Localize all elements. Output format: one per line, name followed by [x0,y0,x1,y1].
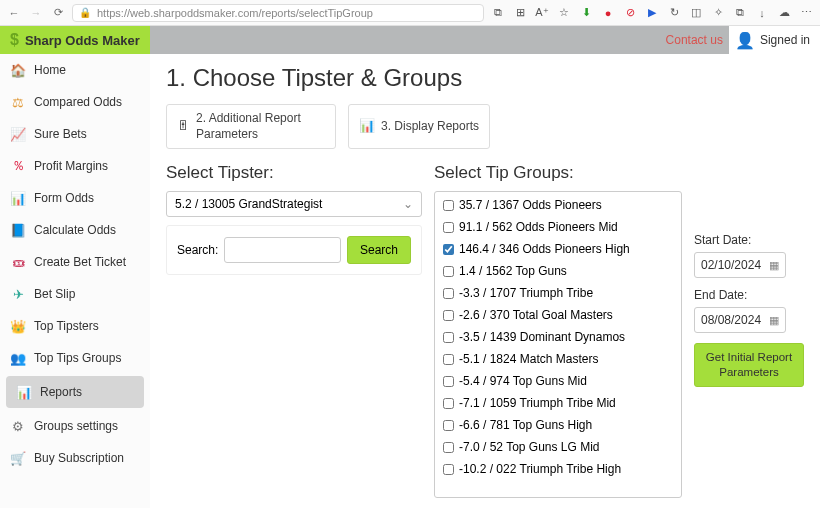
tip-group-row[interactable]: -10.2 / 022 Triumph Tribe High [435,458,681,480]
forward-button[interactable]: → [28,5,44,21]
reload-button[interactable]: ⟳ [50,5,66,21]
page-title: 1. Choose Tipster & Groups [166,64,804,92]
wizard-steps: 🎚 2. Additional Report Parameters 📊 3. D… [166,104,804,149]
sidebar-item-reports[interactable]: 📊Reports [6,376,144,408]
tip-group-checkbox[interactable] [443,200,454,211]
tip-groups-listbox[interactable]: 35.7 / 1367 Odds Pioneers91.1 / 562 Odds… [434,191,682,498]
main-content: 1. Choose Tipster & Groups 🎚 2. Addition… [150,54,820,508]
sidebar-item-compared-odds[interactable]: ⚖Compared Odds [0,86,150,118]
sidebar-icon: ⚙ [10,418,26,434]
sidebar-item-create-bet-ticket[interactable]: 🎟Create Bet Ticket [0,246,150,278]
tip-group-label: 1.4 / 1562 Top Guns [459,264,567,278]
tip-group-row[interactable]: 35.7 / 1367 Odds Pioneers [435,194,681,216]
sidebar-icon: 🎟 [10,254,26,270]
back-button[interactable]: ← [6,5,22,21]
tip-group-checkbox[interactable] [443,376,454,387]
zoom-icon[interactable]: A⁺ [534,5,550,21]
tip-group-row[interactable]: -5.4 / 974 Top Guns Mid [435,370,681,392]
fav-collection-icon[interactable]: ✧ [710,5,726,21]
chart-icon: 📊 [359,118,375,135]
signed-in-box[interactable]: 👤 Signed in [729,26,820,54]
tip-group-checkbox[interactable] [443,266,454,277]
sidebar-item-profit-margins[interactable]: ％Profit Margins [0,150,150,182]
tip-group-row[interactable]: -5.1 / 1824 Match Masters [435,348,681,370]
sidebar-item-label: Profit Margins [34,159,108,173]
address-bar[interactable]: 🔒 https://web.sharpoddsmaker.com/reports… [72,4,484,22]
sidebar-item-label: Reports [40,385,82,399]
tip-group-checkbox[interactable] [443,310,454,321]
tip-group-checkbox[interactable] [443,354,454,365]
step-2-additional-params[interactable]: 🎚 2. Additional Report Parameters [166,104,336,149]
download-arrow-icon[interactable]: ⬇ [578,5,594,21]
search-input[interactable] [224,237,341,263]
tip-group-row[interactable]: -3.3 / 1707 Triumph Tribe [435,282,681,304]
search-row: Search: Search [166,225,422,275]
tip-group-label: -7.1 / 1059 Triumph Tribe Mid [459,396,616,410]
lock-icon: 🔒 [79,7,91,18]
refresh2-icon[interactable]: ↻ [666,5,682,21]
contact-link[interactable]: Contact us [666,33,723,47]
sidebar-item-bet-slip[interactable]: ✈Bet Slip [0,278,150,310]
collections-icon[interactable]: ⧉ [732,5,748,21]
tip-group-label: -5.4 / 974 Top Guns Mid [459,374,587,388]
downloads-icon[interactable]: ↓ [754,5,770,21]
sidebar-item-home[interactable]: 🏠Home [0,54,150,86]
sidebar-item-buy-subscription[interactable]: 🛒Buy Subscription [0,442,150,474]
sidebar-icon[interactable]: ◫ [688,5,704,21]
sidebar-item-groups-settings[interactable]: ⚙Groups settings [0,410,150,442]
step-3-display-reports[interactable]: 📊 3. Display Reports [348,104,490,149]
tip-group-label: -5.1 / 1824 Match Masters [459,352,598,366]
tip-group-label: 35.7 / 1367 Odds Pioneers [459,198,602,212]
tip-group-row[interactable]: -3.5 / 1439 Dominant Dynamos [435,326,681,348]
user-icon: 👤 [735,31,755,50]
sidebar-icon: ％ [10,158,26,174]
tip-group-row[interactable]: -7.0 / 52 Top Guns LG Mid [435,436,681,458]
sidebar-icon: 📘 [10,222,26,238]
sidebar-item-label: Sure Bets [34,127,87,141]
favorite-icon[interactable]: ☆ [556,5,572,21]
tip-group-row[interactable]: -7.1 / 1059 Triumph Tribe Mid [435,392,681,414]
sidebar-icon: 📊 [10,190,26,206]
tip-group-checkbox[interactable] [443,288,454,299]
search-button[interactable]: Search [347,236,411,264]
tip-group-row[interactable]: -2.6 / 370 Total Goal Masters [435,304,681,326]
ext2-icon[interactable]: ⊘ [622,5,638,21]
tip-group-checkbox[interactable] [443,398,454,409]
select-tipster-label: Select Tipster: [166,163,422,183]
tipster-dropdown[interactable]: 5.2 / 13005 GrandStrategist ⌄ [166,191,422,217]
sliders-icon: 🎚 [177,118,190,135]
tip-group-row[interactable]: 91.1 / 562 Odds Pioneers Mid [435,216,681,238]
sidebar-item-calculate-odds[interactable]: 📘Calculate Odds [0,214,150,246]
brand[interactable]: $ Sharp Odds Maker [0,26,150,54]
sidebar-item-label: Buy Subscription [34,451,124,465]
tip-group-checkbox[interactable] [443,420,454,431]
extensions-icon[interactable]: ⊞ [512,5,528,21]
tip-group-row[interactable]: 1.4 / 1562 Top Guns [435,260,681,282]
tip-group-checkbox[interactable] [443,464,454,475]
more-icon[interactable]: ⋯ [798,5,814,21]
ext1-icon[interactable]: ● [600,5,616,21]
tip-group-checkbox[interactable] [443,442,454,453]
step-3-label: 3. Display Reports [381,119,479,135]
step-2-label: 2. Additional Report Parameters [196,111,325,142]
tip-group-row[interactable]: 146.4 / 346 Odds Pioneers High [435,238,681,260]
sidebar-item-label: Groups settings [34,419,118,433]
sidebar-icon: 🛒 [10,450,26,466]
tip-group-checkbox[interactable] [443,332,454,343]
tip-group-row[interactable]: -6.6 / 781 Top Guns High [435,414,681,436]
read-aloud-icon[interactable]: ⧉ [490,5,506,21]
sidebar-item-top-tips-groups[interactable]: 👥Top Tips Groups [0,342,150,374]
ext3-icon[interactable]: ▶ [644,5,660,21]
tip-group-checkbox[interactable] [443,222,454,233]
tip-group-checkbox[interactable] [443,244,454,255]
sidebar: 🏠Home⚖Compared Odds📈Sure Bets％Profit Mar… [0,54,150,508]
start-date-input[interactable]: 02/10/2024 ▦ [694,252,786,278]
ext4-icon[interactable]: ☁ [776,5,792,21]
sidebar-item-sure-bets[interactable]: 📈Sure Bets [0,118,150,150]
sidebar-item-top-tipsters[interactable]: 👑Top Tipsters [0,310,150,342]
tip-group-label: 146.4 / 346 Odds Pioneers High [459,242,630,256]
get-initial-report-button[interactable]: Get Initial Report Parameters [694,343,804,387]
end-date-input[interactable]: 08/08/2024 ▦ [694,307,786,333]
sidebar-item-form-odds[interactable]: 📊Form Odds [0,182,150,214]
chevron-down-icon: ⌄ [403,197,413,211]
